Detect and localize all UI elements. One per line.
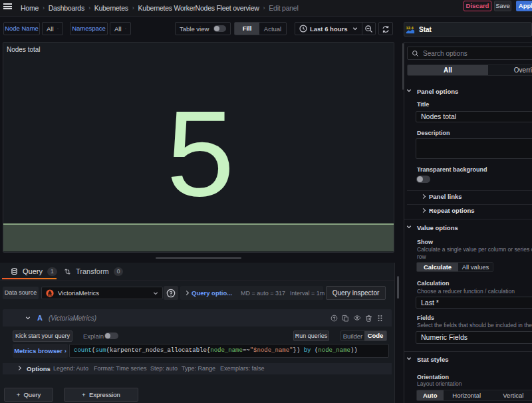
svg-text:12.4: 12.4	[406, 25, 414, 29]
